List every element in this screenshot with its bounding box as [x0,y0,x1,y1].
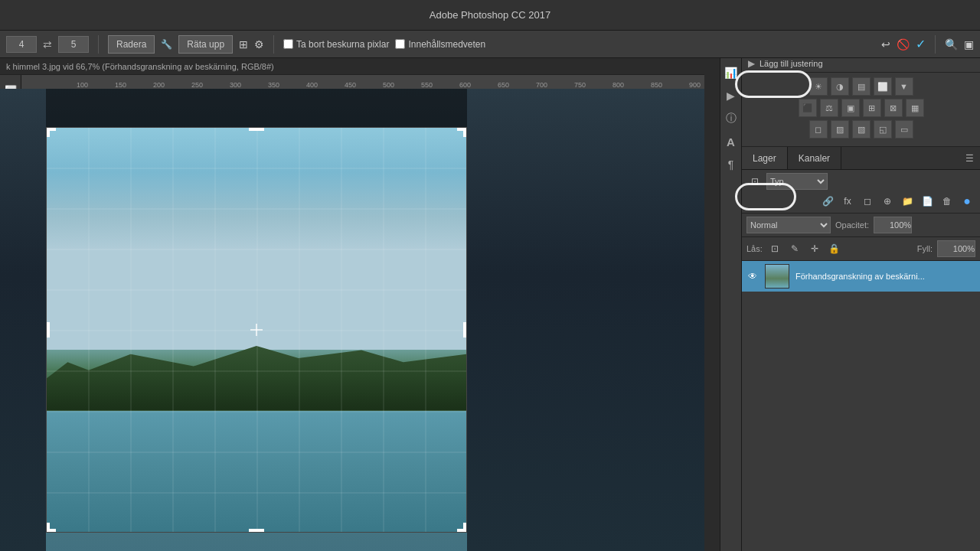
layer-adj-icon[interactable]: ⊕ [879,193,896,210]
play-icon[interactable]: ▶ [723,87,740,104]
crop-height-input[interactable] [58,36,89,53]
crop-handle-br-v[interactable] [463,523,466,532]
crop-image [46,127,467,533]
status-bar: k himmel 3.jpg vid 66,7% (Förhandsgransk… [0,58,704,75]
title-bar: Adobe Photoshop CC 2017 [0,0,980,31]
innehall-label: Innehållsmedveten [408,39,485,50]
layer-mask-icon[interactable]: ◻ [859,193,876,210]
gear-icon[interactable]: ⚙ [254,38,264,51]
crop-handle-mr[interactable] [463,322,466,337]
histogram-icon[interactable]: 📊 [723,64,740,81]
canvas-area [0,89,704,551]
lock-all-icon[interactable]: 🔒 [827,241,842,256]
right-panel: Justeringar Egenskaper ☰ ▶ Lägg till jus… [741,31,980,551]
opacity-input[interactable] [874,217,912,233]
adj-row-2: ⬛ ⚖ ▣ ⊞ ⊠ ▦ [746,99,975,117]
layer-link-icon[interactable]: 🔗 [819,193,836,210]
layer-filter-select[interactable]: Typ [766,173,828,190]
adj-color-lookup[interactable]: ▦ [906,99,924,117]
play-adj-icon[interactable]: ▶ [748,58,755,69]
adj-hsl[interactable]: ⬛ [799,99,817,117]
layer-icons-right: 🔗 fx ◻ ⊕ 📁 📄 🗑 ● [819,193,975,210]
adj-bw[interactable]: ▣ [841,99,860,117]
tabort-check-label[interactable]: Ta bort beskurna pixlar [283,39,389,50]
ruler-mark-450: 450 [345,81,356,89]
lock-art-icon[interactable]: ✛ [807,241,822,256]
crosshair-v [256,324,257,336]
tabort-checkbox[interactable] [283,39,293,49]
ruler-mark-200: 200 [153,81,165,89]
crop-handle-ml[interactable] [47,322,50,337]
swap-icon[interactable]: ⇄ [43,38,52,51]
lock-move-icon[interactable]: ✎ [787,241,802,256]
info-icon[interactable]: ⓘ [723,110,740,127]
layer-filter-icon[interactable]: ⊡ [746,173,763,190]
adj-colorbal[interactable]: ⚖ [820,99,838,117]
ruler-mark-550: 550 [421,81,433,89]
search-icon[interactable]: 🔍 [945,38,958,51]
crop-handle-tm[interactable] [249,128,264,131]
layer-fx-icon[interactable]: fx [839,193,856,210]
adj-posterize[interactable]: ▨ [831,120,849,139]
adj-row-1: ☀ ◑ ▤ ⬜ ▼ [746,77,975,96]
app-title: Adobe Photoshop CC 2017 [430,9,550,21]
tab-lager-label: Lager [753,153,776,164]
innehall-checkbox[interactable] [395,39,405,49]
layer-list: 👁 Förhandsgranskning av beskärni... [742,261,980,551]
adj-photo-filter[interactable]: ⊞ [863,99,881,117]
panel-icon[interactable]: ▣ [964,38,974,51]
ruler-mark-250: 250 [191,81,203,89]
adj-threshold[interactable]: ▧ [852,120,871,139]
lock-label: Lås: [746,244,763,253]
undo-icon[interactable]: ↩ [881,38,890,51]
fill-input[interactable] [937,240,975,257]
adj-channel-mix[interactable]: ⊠ [884,99,903,117]
innehall-check-label[interactable]: Innehållsmedveten [395,39,485,50]
crop-width-input[interactable] [6,36,37,53]
sky-area [47,128,466,350]
adj-row-3: ◻ ▨ ▧ ◱ ▭ [746,120,975,139]
crop-handle-tl-v[interactable] [47,128,50,137]
tab-lager[interactable]: Lager [742,147,788,169]
adj-brightness[interactable]: ☀ [809,77,828,96]
adj-exposure[interactable]: ⬜ [874,77,892,96]
ruler-mark-150: 150 [115,81,126,89]
adj-levels[interactable]: ◑ [831,77,849,96]
water-area [47,411,466,532]
paragraph-icon[interactable]: ¶ [723,156,740,173]
layers-toolbar: ⊡ Typ 🔗 fx ◻ ⊕ 📁 📄 🗑 ● [742,170,980,214]
layer-new-icon[interactable]: 📄 [919,193,936,210]
adj-curves[interactable]: ▤ [852,77,871,96]
adj-vibrance[interactable]: ▼ [895,77,913,96]
adj-selective-color[interactable]: ▭ [895,120,913,139]
tab-kanaler-label: Kanaler [799,153,830,164]
lock-pixels-icon[interactable]: ⊡ [767,241,782,256]
ruler-mark-500: 500 [383,81,394,89]
confirm-icon[interactable]: ✓ [916,37,926,51]
crop-handle-bl-v[interactable] [47,523,50,532]
rata-upp-button[interactable]: Räta upp [178,35,233,54]
radera-button[interactable]: Radera [108,35,155,54]
ruler-mark-800: 800 [612,81,624,89]
adj-gradient-map[interactable]: ◱ [874,120,892,139]
layer-delete-icon[interactable]: 🗑 [939,193,956,210]
dark-bottom [46,533,467,551]
ruler-mark-350: 350 [268,81,279,89]
crop-handle-tr-v[interactable] [463,128,466,137]
blend-mode-select[interactable]: Normal Dissolve Multiply Screen [746,217,831,233]
crop-handle-bm[interactable] [249,529,264,532]
adj-icons-area: ☀ ◑ ▤ ⬜ ▼ ⬛ ⚖ ▣ ⊞ ⊠ ▦ ◻ ▨ ▧ ◱ ▭ [742,73,980,147]
layer-visibility-icon[interactable]: 👁 [746,270,759,282]
layer-folder-icon[interactable]: 📁 [899,193,916,210]
grid-icon[interactable]: ⊞ [239,38,248,51]
tab-kanaler[interactable]: Kanaler [788,147,841,169]
ruler-mark-850: 850 [651,81,662,89]
layer-item-0[interactable]: 👁 Förhandsgranskning av beskärni... [742,261,980,292]
dark-top [46,89,467,127]
type-side-icon[interactable]: A [723,133,740,150]
layer-thumbnail [765,264,789,289]
blend-row: Normal Dissolve Multiply Screen Opacitet… [742,214,980,237]
cancel-icon[interactable]: 🚫 [897,38,910,51]
layers-menu-icon[interactable]: ☰ [959,147,980,169]
adj-invert[interactable]: ◻ [809,120,828,139]
